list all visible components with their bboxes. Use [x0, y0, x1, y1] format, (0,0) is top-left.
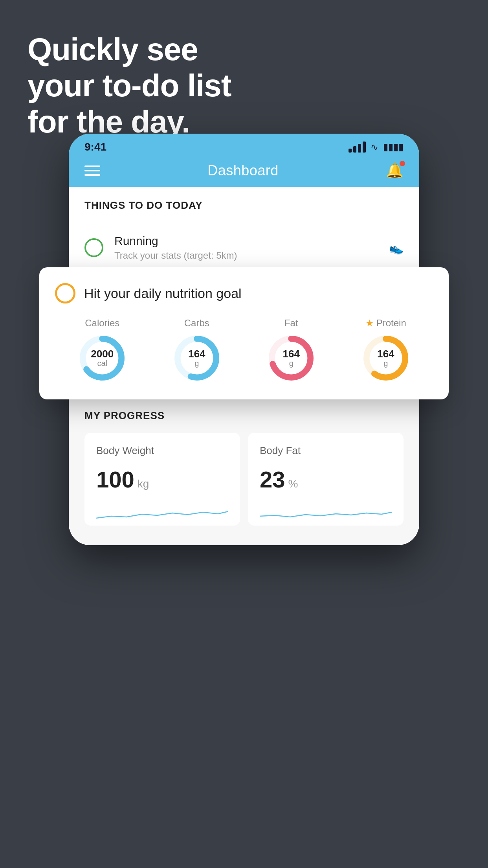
nutrition-card[interactable]: Hit your daily nutrition goal Calories 2…	[39, 267, 449, 399]
bell-notification-dot	[400, 161, 405, 166]
running-subtitle: Track your stats (target: 5km)	[114, 250, 389, 261]
calories-label: Calories	[85, 318, 119, 329]
hero-line2: your to-do list	[28, 68, 231, 104]
body-weight-card[interactable]: Body Weight 100 kg	[84, 433, 240, 526]
section-header: THINGS TO DO TODAY	[69, 187, 419, 219]
body-fat-chart	[260, 500, 392, 524]
card-header: Hit your daily nutrition goal	[55, 283, 433, 303]
body-weight-unit: kg	[138, 478, 149, 490]
calories-donut: 2000 cal	[77, 333, 128, 384]
section-title: THINGS TO DO TODAY	[84, 199, 203, 211]
body-weight-value: 100	[96, 466, 134, 493]
hero-text: Quickly see your to-do list for the day.	[28, 31, 231, 140]
carbs-value: 164	[188, 349, 205, 359]
signal-icon	[349, 142, 366, 153]
status-time: 9:41	[84, 141, 106, 153]
progress-section: MY PROGRESS Body Weight 100 kg Body Fat	[69, 394, 419, 526]
shoe-icon: 👟	[389, 241, 404, 255]
fat-donut: 164 g	[266, 333, 317, 384]
status-bar: 9:41 ∿ ▮▮▮▮	[69, 134, 419, 156]
progress-title: MY PROGRESS	[84, 410, 404, 422]
body-fat-unit: %	[288, 478, 298, 490]
fat-item: Fat 164 g	[266, 318, 317, 384]
protein-label: ★ Protein	[365, 318, 406, 329]
body-weight-label: Body Weight	[96, 445, 228, 457]
todo-circle-running	[84, 238, 103, 257]
status-icons: ∿ ▮▮▮▮	[349, 142, 404, 153]
fat-unit: g	[283, 359, 300, 368]
nav-bar: Dashboard 🔔	[69, 156, 419, 187]
progress-cards: Body Weight 100 kg Body Fat 23 %	[84, 433, 404, 526]
fat-value: 164	[283, 349, 300, 359]
carbs-donut: 164 g	[171, 333, 222, 384]
carbs-label: Carbs	[184, 318, 209, 329]
running-content: Running Track your stats (target: 5km)	[114, 234, 389, 261]
star-icon: ★	[365, 318, 374, 329]
protein-unit: g	[377, 359, 394, 368]
carbs-item: Carbs 164 g	[171, 318, 222, 384]
body-fat-value: 23	[260, 466, 285, 493]
body-weight-chart	[96, 500, 228, 524]
calories-unit: cal	[91, 359, 114, 368]
protein-item: ★ Protein 164 g	[360, 318, 411, 384]
battery-icon: ▮▮▮▮	[383, 142, 404, 153]
calories-value: 2000	[91, 349, 114, 359]
running-title: Running	[114, 234, 389, 248]
list-item[interactable]: Running Track your stats (target: 5km) 👟	[84, 223, 404, 272]
body-fat-value-row: 23 %	[260, 466, 392, 493]
nutrition-circles: Calories 2000 cal Carbs	[55, 318, 433, 384]
bell-icon[interactable]: 🔔	[386, 162, 404, 179]
wifi-icon: ∿	[371, 142, 378, 153]
fat-label: Fat	[284, 318, 298, 329]
body-fat-label: Body Fat	[260, 445, 392, 457]
body-fat-card[interactable]: Body Fat 23 %	[248, 433, 404, 526]
nutrition-card-title: Hit your daily nutrition goal	[84, 286, 242, 301]
protein-donut: 164 g	[360, 333, 411, 384]
body-weight-value-row: 100 kg	[96, 466, 228, 493]
hero-line1: Quickly see	[28, 31, 231, 68]
protein-value: 164	[377, 349, 394, 359]
calories-item: Calories 2000 cal	[77, 318, 128, 384]
carbs-unit: g	[188, 359, 205, 368]
nutrition-check-circle	[55, 283, 75, 303]
menu-icon[interactable]	[84, 166, 100, 176]
nav-title: Dashboard	[207, 162, 279, 179]
